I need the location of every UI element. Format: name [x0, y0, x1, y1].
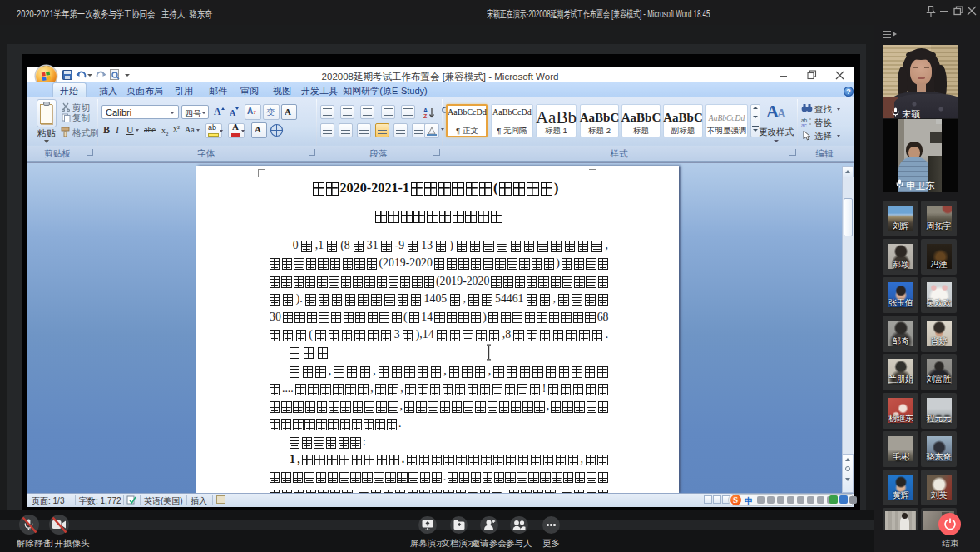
svg-text:A: A [423, 107, 428, 113]
svg-text:Z: Z [423, 113, 428, 119]
svg-text:ac: ac [801, 122, 808, 128]
